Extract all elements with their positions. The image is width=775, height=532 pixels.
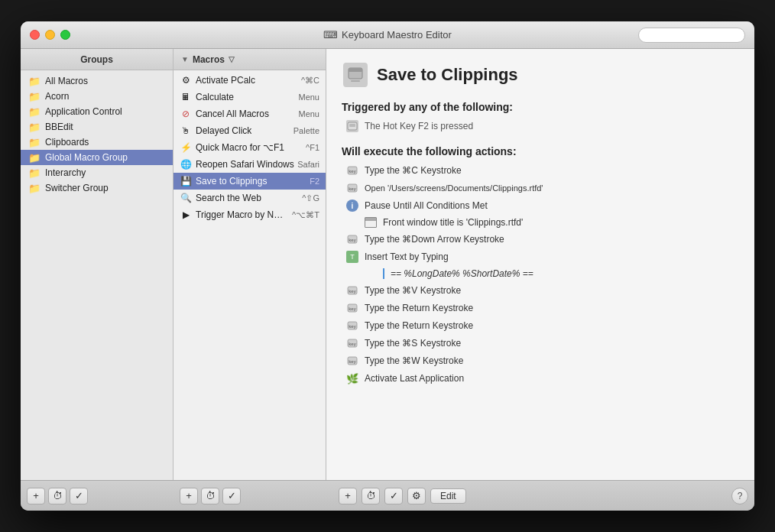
check-action-button[interactable]: ✓ [384, 488, 403, 504]
macro-item-search-web[interactable]: 🔍 Search the Web ^⇧G [173, 190, 326, 206]
check-group-button[interactable]: ✓ [70, 488, 88, 504]
sidebar-item-application-control[interactable]: 📁 Application Control [21, 104, 173, 119]
action-item-insert-text-value: == %LongDate% %ShortDate% == [372, 266, 739, 281]
macro-title-row: Save to Clippings [342, 61, 739, 89]
action-item-type-cmd-s: key Type the ⌘S Keystroke [342, 335, 739, 352]
detail-toolbar: + ⏱ ✓ ⚙ Edit ? [332, 488, 748, 504]
traffic-lights [30, 30, 70, 40]
action-item-front-window: Front window title is 'Clippings.rtfd' [360, 215, 739, 230]
clock-icon: ⏱ [53, 490, 63, 501]
actions-section-title: Will execute the following actions: [342, 145, 739, 157]
hotkey-text: The Hot Key F2 is pressed [365, 121, 473, 131]
edit-button[interactable]: Edit [430, 488, 466, 504]
pause-icon: i [346, 200, 358, 212]
svg-text:key: key [349, 187, 355, 191]
action-item-type-cmd-w: key Type the ⌘W Keystroke [342, 352, 739, 369]
folder-icon: 📁 [28, 122, 41, 131]
sidebar-item-all-macros[interactable]: 📁 All Macros [21, 73, 173, 89]
macro-icon: ⚡ [180, 141, 192, 154]
action-item-type-return-2: key Type the Return Keystroke [342, 317, 739, 334]
sidebar-item-clipboards[interactable]: 📁 Clipboards [21, 135, 173, 150]
detail-panel: Save to Clippings Triggered by any of th… [326, 49, 754, 480]
macro-item-cancel-all-macros[interactable]: ⊘ Cancel All Macros Menu [173, 105, 326, 122]
sidebar-item-switcher-group[interactable]: 📁 Switcher Group [21, 180, 173, 196]
macro-detail-icon [343, 63, 368, 87]
sidebar-item-interarchy[interactable]: 📁 Interarchy [21, 165, 173, 180]
svg-text:key: key [349, 359, 355, 364]
insert-text-icon: T [346, 251, 358, 263]
clock-macro-button[interactable]: ⏱ [201, 488, 219, 504]
svg-text:key: key [349, 169, 355, 174]
action-item-activate-last: 🌿 Activate Last Application [342, 370, 739, 387]
add-macro-button[interactable]: + [180, 488, 198, 504]
folder-icon: 📁 [28, 168, 41, 177]
action-item-type-return-1: key Type the Return Keystroke [342, 300, 739, 316]
macro-item-save-to-clippings[interactable]: 💾 Save to Clippings F2 [173, 173, 326, 190]
keystroke-icon: key [346, 302, 358, 314]
trigger-item-hotkey: The Hot Key F2 is pressed [342, 118, 739, 135]
close-button[interactable] [30, 30, 40, 40]
main-area: Groups 📁 All Macros 📁 Acorn 📁 Applicatio… [21, 49, 754, 480]
clock-group-button[interactable]: ⏱ [48, 488, 66, 504]
svg-text:key: key [349, 238, 355, 242]
keystroke-icon: key [346, 337, 358, 349]
macro-big-icon [342, 61, 369, 89]
check-icon: ✓ [75, 490, 83, 501]
check-icon: ✓ [390, 490, 398, 501]
macros-panel: ▼ Macros ▽ ⚙ Activate PCalc ^⌘C 🖩 Calc [173, 49, 326, 480]
folder-icon: 📁 [28, 107, 41, 116]
search-bar-wrap: 🔍 [638, 28, 745, 43]
svg-rect-4 [349, 124, 355, 127]
window-condition-icon [365, 217, 377, 228]
insert-text-value: == %LongDate% %ShortDate% == [383, 268, 533, 279]
keystroke-icon: key [346, 355, 358, 367]
keystroke-icon: key [346, 233, 358, 245]
macro-item-activate-pcalc[interactable]: ⚙ Activate PCalc ^⌘C [173, 72, 326, 89]
macros-header: ▼ Macros ▽ [173, 49, 326, 70]
clock-action-button[interactable]: ⏱ [362, 488, 380, 504]
sidebar-item-global-macro-group[interactable]: 📁 Global Macro Group [21, 150, 173, 165]
folder-icon: 📁 [28, 183, 41, 193]
filter-icon: ▽ [229, 55, 235, 63]
help-button[interactable]: ? [731, 488, 748, 504]
macro-item-quick-macro[interactable]: ⚡ Quick Macro for ⌥F1 ^F1 [173, 139, 326, 156]
action-item-pause-until: i Pause Until All Conditions Met [342, 197, 739, 214]
maximize-button[interactable] [60, 30, 70, 40]
folder-icon: 📁 [28, 153, 41, 162]
macros-header-title: ▼ Macros ▽ [181, 54, 235, 65]
macro-icon: 🖱 [180, 125, 192, 137]
trigger-section: Triggered by any of the following: The H… [342, 101, 739, 135]
svg-text:key: key [349, 324, 355, 329]
search-wrap: 🔍 [638, 28, 745, 43]
action-item-type-cmd-down: key Type the ⌘Down Arrow Keystroke [342, 231, 739, 248]
add-group-button[interactable]: + [27, 488, 45, 504]
macro-item-reopen-safari[interactable]: 🌐 Reopen Safari Windows Safari [173, 156, 326, 173]
svg-text:key: key [349, 307, 355, 311]
folder-icon: 📁 [28, 138, 41, 147]
keystroke-icon: key [346, 320, 358, 332]
keyboard-icon: ⌨ [323, 29, 338, 41]
check-macro-button[interactable]: ✓ [222, 488, 241, 504]
macro-icon: 🖩 [180, 91, 192, 103]
macros-toolbar: + ⏱ ✓ [180, 488, 332, 504]
hotkey-icon [346, 120, 358, 132]
action-item-insert-text: T Insert Text by Typing [342, 248, 739, 265]
macro-icon: 🔍 [180, 192, 192, 204]
clock-icon: ⏱ [206, 490, 216, 501]
settings-action-button[interactable]: ⚙ [407, 488, 426, 504]
macro-item-calculate[interactable]: 🖩 Calculate Menu [173, 89, 326, 105]
trigger-section-title: Triggered by any of the following: [342, 101, 739, 113]
search-input[interactable] [638, 28, 745, 43]
sidebar-item-acorn[interactable]: 📁 Acorn [21, 89, 173, 104]
add-action-button[interactable]: + [339, 488, 357, 504]
sidebar-item-bbedit[interactable]: 📁 BBEdit [21, 119, 173, 135]
check-icon: ✓ [228, 490, 236, 501]
action-item-type-cmd-v: key Type the ⌘V Keystroke [342, 282, 739, 299]
macro-icon: 💾 [180, 175, 192, 187]
folder-icon: 📁 [28, 76, 41, 86]
macro-item-delayed-click[interactable]: 🖱 Delayed Click Palette [173, 122, 326, 139]
macro-icon: 🌐 [180, 158, 192, 170]
minimize-button[interactable] [45, 30, 55, 40]
groups-list: 📁 All Macros 📁 Acorn 📁 Application Contr… [21, 70, 173, 480]
macro-item-trigger-macro[interactable]: ▶ Trigger Macro by N… ^⌥⌘T [173, 206, 326, 223]
